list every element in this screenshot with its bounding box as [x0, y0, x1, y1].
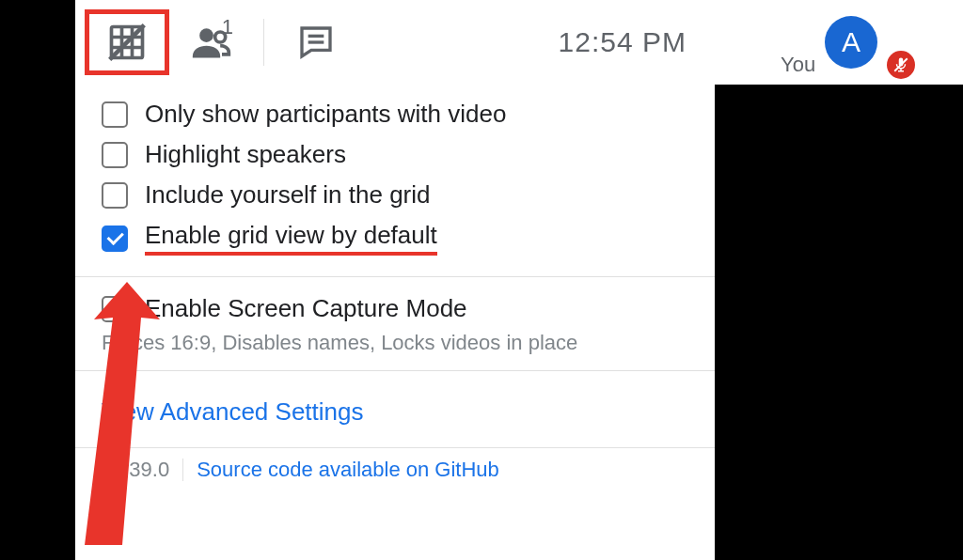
svg-point-6	[199, 28, 213, 42]
section-divider	[75, 370, 715, 371]
advanced-settings-link[interactable]: View Advanced Settings	[75, 382, 715, 442]
checkbox-icon[interactable]	[102, 142, 128, 168]
option-label: Enable Screen Capture Mode	[145, 294, 467, 323]
checkbox-icon[interactable]	[102, 296, 128, 322]
self-view-tile: You A	[715, 0, 963, 85]
people-icon[interactable]	[169, 9, 254, 75]
option-include-self[interactable]: Include yourself in the grid	[75, 175, 715, 215]
option-enable-grid-default[interactable]: Enable grid view by default	[75, 215, 715, 261]
option-only-video[interactable]: Only show participants with video	[75, 94, 715, 134]
checkbox-icon[interactable]	[102, 182, 128, 209]
avatar: A	[825, 16, 877, 69]
version-text: v1.39.0	[102, 458, 169, 482]
clock: 12:54 PM	[559, 26, 687, 58]
option-screen-capture[interactable]: Enable Screen Capture Mode	[75, 288, 715, 329]
options-list: Only show participants with video Highli…	[75, 85, 715, 482]
screen-capture-description: Forces 16:9, Disables names, Locks video…	[75, 329, 715, 355]
option-label: Only show participants with video	[145, 100, 506, 129]
github-link[interactable]: Source code available on GitHub	[197, 458, 499, 482]
settings-panel: 1 12:54 PM Only show participants with v…	[75, 0, 715, 560]
self-label: You	[781, 53, 815, 77]
grid-view-toggle-icon[interactable]	[85, 9, 169, 75]
people-count: 1	[222, 15, 233, 39]
chat-icon[interactable]	[274, 9, 358, 75]
checkbox-checked-icon[interactable]	[102, 226, 128, 252]
toolbar: 1 12:54 PM	[75, 0, 715, 85]
svg-line-5	[110, 25, 145, 60]
mic-muted-icon[interactable]	[887, 51, 915, 79]
option-label: Enable grid view by default	[145, 221, 437, 256]
toolbar-divider	[263, 19, 264, 66]
footer: v1.39.0 Source code available on GitHub	[75, 447, 715, 482]
option-label: Include yourself in the grid	[145, 180, 431, 210]
footer-divider	[182, 459, 183, 481]
option-highlight-speakers[interactable]: Highlight speakers	[75, 134, 715, 175]
checkbox-icon[interactable]	[102, 101, 128, 128]
section-divider	[75, 276, 715, 277]
option-label: Highlight speakers	[145, 140, 346, 169]
